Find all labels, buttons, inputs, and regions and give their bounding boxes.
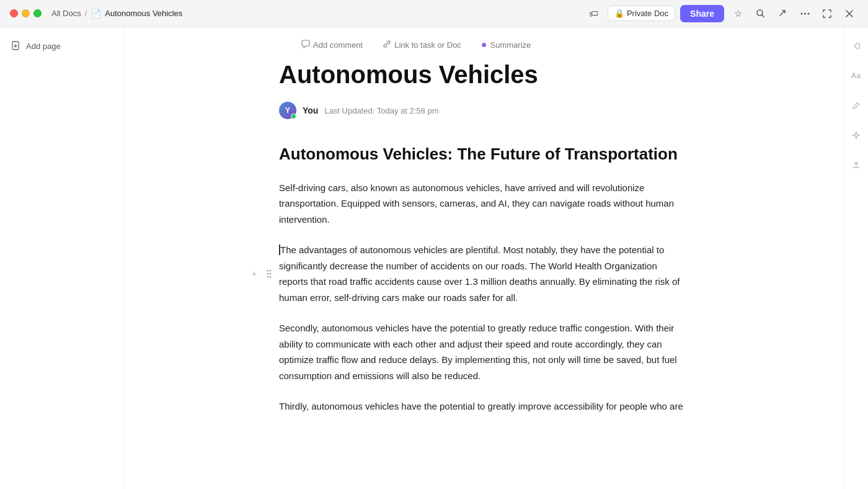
add-block-button[interactable]: + <box>248 267 260 280</box>
last-updated: Last Updated: Today at 2:58 pm <box>324 106 438 115</box>
private-doc-button[interactable]: 🔒 Private Doc <box>608 6 675 21</box>
all-docs-link[interactable]: All Docs <box>51 9 81 18</box>
star-button[interactable]: ☆ <box>729 5 746 22</box>
add-page-button[interactable]: Add page <box>5 37 67 55</box>
doc-meta: Y You Last Updated: Today at 2:58 pm <box>279 102 688 119</box>
summarize-icon: ● <box>481 39 487 50</box>
share-button[interactable]: Share <box>680 5 724 22</box>
close-traffic-light[interactable] <box>10 9 18 17</box>
svg-point-2 <box>800 12 802 14</box>
more-options-button[interactable] <box>796 5 813 22</box>
sparkle-icon[interactable] <box>848 127 865 144</box>
paragraph-2-block: + The advantages of autonomous vehicles … <box>279 242 688 305</box>
svg-point-13 <box>270 273 272 275</box>
traffic-lights <box>10 9 42 17</box>
add-comment-button[interactable]: Add comment <box>298 38 366 52</box>
paragraph-2-text: The advantages of autonomous vehicles ar… <box>279 244 680 303</box>
search-button[interactable] <box>751 5 769 22</box>
svg-point-3 <box>804 12 806 14</box>
upload-icon[interactable] <box>848 156 865 174</box>
bookmark-button[interactable]: 🏷 <box>585 5 603 22</box>
doc-icon: 📄 <box>91 9 101 19</box>
link-icon <box>383 40 391 50</box>
paragraph-4: Thirdly, autonomous vehicles have the po… <box>279 398 688 415</box>
paragraph-1: Self-driving cars, also known as autonom… <box>279 180 688 228</box>
svg-point-12 <box>267 273 269 275</box>
doc-content: Autonomous Vehicles Y You Last Updated: … <box>242 60 725 479</box>
link-to-task-label: Link to task or Doc <box>394 40 461 50</box>
svg-line-1 <box>762 15 764 17</box>
doc-title: Autonomous Vehicles <box>279 60 688 89</box>
svg-point-4 <box>807 12 809 14</box>
breadcrumb-separator: / <box>85 9 87 18</box>
svg-point-14 <box>267 276 269 278</box>
private-doc-label: Private Doc <box>627 9 668 18</box>
doc-toolbar: Add comment Link to task or Doc ● Summar… <box>298 27 806 60</box>
export-button[interactable] <box>774 5 791 22</box>
left-sidebar: Add page <box>0 27 124 489</box>
close-button[interactable] <box>841 5 858 22</box>
svg-point-15 <box>270 276 272 278</box>
collapse-sidebar-icon[interactable] <box>848 37 865 55</box>
summarize-button[interactable]: ● Summarize <box>477 37 534 52</box>
svg-point-11 <box>270 270 272 272</box>
fullscreen-button[interactable] <box>818 5 836 22</box>
content-area: Add comment Link to task or Doc ● Summar… <box>124 27 843 489</box>
avatar-online-status <box>291 114 296 119</box>
edit-icon[interactable] <box>848 97 865 114</box>
right-sidebar: Aa <box>843 27 868 489</box>
comment-icon <box>301 40 310 50</box>
summarize-label: Summarize <box>490 40 531 50</box>
svg-point-10 <box>267 270 269 272</box>
font-size-icon[interactable]: Aa <box>848 67 865 84</box>
paragraph-2: The advantages of autonomous vehicles ar… <box>279 242 688 305</box>
author-name: You <box>303 105 318 115</box>
block-controls: + <box>248 267 275 280</box>
breadcrumb: All Docs / 📄 Autonomous Vehicles <box>51 9 182 19</box>
titlebar-actions: 🏷 🔒 Private Doc Share ☆ <box>585 5 858 22</box>
minimize-traffic-light[interactable] <box>22 9 30 17</box>
avatar: Y <box>279 102 296 119</box>
main-layout: Add page Add comment Link to tas <box>0 27 868 489</box>
section-heading: Autonomous Vehicles: The Future of Trans… <box>279 144 688 165</box>
lock-icon: 🔒 <box>614 9 624 18</box>
link-to-task-button[interactable]: Link to task or Doc <box>379 38 465 52</box>
maximize-traffic-light[interactable] <box>33 9 42 17</box>
breadcrumb-current-page: Autonomous Vehicles <box>105 9 182 18</box>
paragraph-3: Secondly, autonomous vehicles have the p… <box>279 320 688 384</box>
add-comment-label: Add comment <box>313 40 363 50</box>
drag-block-button[interactable] <box>263 267 275 280</box>
add-page-label: Add page <box>26 42 61 51</box>
titlebar: All Docs / 📄 Autonomous Vehicles 🏷 🔒 Pri… <box>0 0 868 27</box>
